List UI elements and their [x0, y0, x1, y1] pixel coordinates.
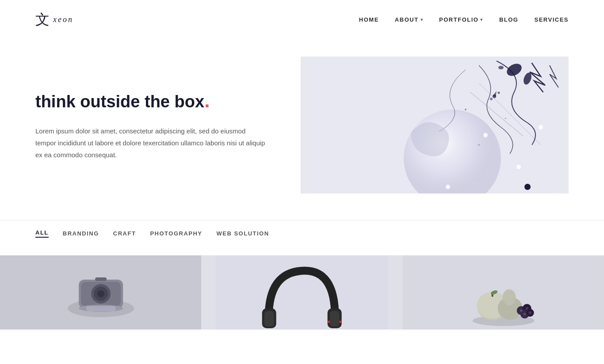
headphones-image [201, 255, 402, 330]
svg-point-41 [502, 289, 516, 305]
svg-point-4 [498, 66, 504, 69]
svg-rect-27 [86, 306, 115, 311]
hero-text-block: think outside the box. Lorem ipsum dolor… [35, 89, 265, 161]
svg-point-16 [505, 118, 506, 119]
filter-branding[interactable]: BRANDING [63, 230, 99, 237]
logo[interactable]: 文 xeon [35, 12, 73, 27]
svg-point-17 [478, 144, 480, 146]
filter-all[interactable]: ALL [35, 229, 49, 238]
main-nav: HOME ABOUT ▾ PORTFOLIO ▾ BLOG SERVICES [359, 16, 569, 23]
site-header: 文 xeon HOME ABOUT ▾ PORTFOLIO ▾ BLOG SER… [0, 0, 604, 39]
portfolio-item-2[interactable] [201, 255, 402, 330]
filter-photography[interactable]: PHOTOGRAPHY [150, 230, 202, 237]
portfolio-caret: ▾ [480, 17, 483, 22]
svg-rect-32 [264, 311, 274, 326]
filter-web-solution[interactable]: WEB SOLUTION [217, 230, 269, 237]
filter-section: ALL BRANDING CRAFT PHOTOGRAPHY WEB SOLUT… [0, 220, 604, 255]
hero-image [301, 57, 569, 193]
svg-point-47 [525, 307, 528, 310]
svg-point-15 [465, 109, 466, 110]
svg-point-7 [490, 98, 493, 100]
svg-point-11 [516, 165, 521, 169]
about-caret: ▾ [421, 17, 424, 22]
portfolio-grid [0, 255, 604, 330]
hero-description: Lorem ipsum dolor sit amet, consectetur … [35, 125, 265, 161]
nav-about[interactable]: ABOUT ▾ [395, 16, 423, 23]
svg-point-13 [539, 125, 543, 129]
svg-point-48 [523, 313, 526, 315]
nav-home[interactable]: HOME [359, 16, 379, 23]
portfolio-item-3[interactable] [403, 255, 604, 330]
portfolio-item-1[interactable] [0, 255, 201, 330]
speaker-image [0, 255, 201, 330]
nav-services[interactable]: SERVICES [534, 16, 569, 23]
svg-point-49 [528, 311, 531, 314]
filter-craft[interactable]: CRAFT [113, 230, 136, 237]
hero-artwork [301, 57, 569, 193]
logo-symbol: 文 [35, 12, 50, 27]
svg-rect-28 [216, 255, 388, 330]
svg-point-6 [498, 92, 500, 94]
svg-rect-25 [95, 277, 107, 281]
hero-dot: . [204, 90, 210, 111]
hero-title: think outside the box. [35, 89, 265, 113]
svg-rect-33 [330, 311, 340, 326]
svg-point-46 [520, 309, 522, 312]
svg-point-24 [97, 290, 104, 297]
svg-point-12 [446, 185, 450, 189]
logo-text: xeon [53, 15, 73, 24]
svg-point-10 [483, 133, 488, 137]
fruits-image [403, 255, 604, 330]
nav-blog[interactable]: BLOG [499, 16, 519, 23]
nav-portfolio[interactable]: PORTFOLIO ▾ [439, 16, 483, 23]
hero-section: think outside the box. Lorem ipsum dolor… [0, 39, 604, 220]
svg-point-14 [524, 184, 531, 190]
